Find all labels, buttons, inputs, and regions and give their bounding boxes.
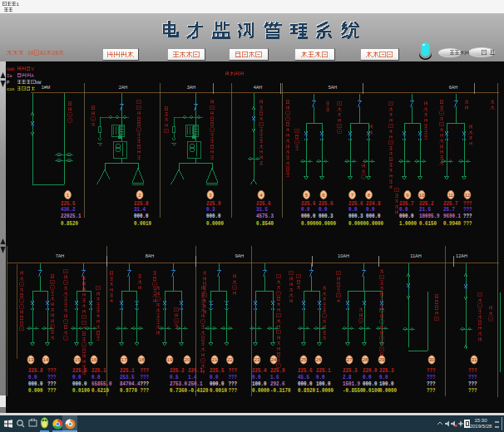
svg-text:225.5: 225.5 [210,367,225,374]
svg-text:0.0: 0.0 [72,374,82,380]
svg-text:27: 27 [347,357,353,362]
svg-text:23: 23 [254,357,260,362]
svg-text:5AH: 5AH [329,85,338,90]
svg-text:225.1: 225.1 [316,367,331,374]
svg-text:-0.8550: -0.8550 [343,387,363,394]
svg-text:0.3: 0.3 [206,206,215,213]
svg-text:1.4: 1.4 [188,374,197,380]
svg-text:b: b [12,66,14,72]
svg-text:1#M: 1#M [42,85,51,90]
svg-text:25: 25 [301,357,307,362]
svg-text:225.6: 225.6 [301,200,316,207]
svg-text:2.8: 2.8 [343,374,352,380]
svg-text:???: ??? [229,367,238,374]
svg-text:22025.1: 22025.1 [61,213,82,219]
svg-text:0.6150: 0.6150 [419,220,437,227]
svg-text:6AH: 6AH [449,85,458,90]
svg-text:225.2: 225.2 [419,200,434,207]
svg-text:0.7360: 0.7360 [170,387,187,394]
svg-text:225.8: 225.8 [28,367,43,374]
svg-text:0.0: 0.0 [301,206,310,213]
svg-text:18: 18 [139,357,145,362]
svg-text:17: 17 [121,357,127,362]
svg-text:1.6: 1.6 [270,374,279,380]
svg-text:000.3: 000.3 [319,213,334,219]
svg-text:???: ??? [463,206,472,213]
svg-text:0.5: 0.5 [170,374,179,380]
svg-text:0.0000: 0.0000 [366,220,383,227]
svg-text:31.4: 31.4 [134,206,146,213]
svg-text:25.7: 25.7 [443,206,455,213]
svg-text:28: 28 [363,357,368,362]
svg-text:0.0000: 0.0000 [348,220,366,227]
svg-text:a: a [9,73,12,79]
svg-text:3AH: 3AH [187,85,196,90]
svg-text:1: 1 [17,2,20,7]
svg-text:???: ??? [427,387,436,394]
svg-text:224.8: 224.8 [366,200,381,207]
svg-text:253.5: 253.5 [120,374,135,380]
svg-text:436.2: 436.2 [61,206,76,213]
svg-text:0.9770: 0.9770 [120,387,137,394]
svg-text:0.0: 0.0 [366,206,375,213]
svg-text:000.0: 000.0 [72,380,87,387]
svg-text:???: ??? [427,374,436,380]
svg-text:19: 19 [167,357,173,362]
svg-text:30: 30 [429,357,435,362]
svg-text:???: ??? [468,367,477,374]
svg-text:0.0000: 0.0000 [206,220,224,227]
svg-text:000.0: 000.0 [301,213,316,219]
svg-text:24: 24 [271,357,277,362]
svg-text:0.6210: 0.6210 [91,387,109,394]
svg-text:225.6: 225.6 [298,367,313,374]
svg-text:225.4: 225.4 [252,367,267,374]
svg-text:000.0: 000.0 [298,380,313,387]
svg-text:0.0: 0.0 [319,206,328,213]
svg-text:???: ??? [141,380,150,387]
svg-text:1.0000: 1.0000 [399,220,417,227]
svg-text:0.0010: 0.0010 [210,387,227,394]
svg-text:65855.0: 65855.0 [91,380,112,387]
svg-text:45.5: 45.5 [298,374,309,380]
svg-text:0.0: 0.0 [348,206,358,213]
svg-text:0.0: 0.0 [252,374,261,380]
svg-text:000.0: 000.0 [210,380,225,387]
svg-text:21: 21 [212,357,218,362]
svg-text:???: ??? [47,374,57,380]
svg-text:???: ??? [47,387,57,394]
svg-text:4AH: 4AH [254,85,263,90]
svg-text:???: ??? [427,367,436,374]
svg-text:???: ??? [141,387,150,394]
svg-text:0.0100: 0.0100 [72,387,90,394]
svg-text:000.0: 000.0 [134,213,149,219]
svg-text:16: 16 [91,357,97,362]
svg-text:10: 10 [419,193,425,198]
svg-text:-0.4320: -0.4320 [188,387,209,394]
svg-text:0.0000: 0.0000 [319,220,336,227]
svg-text:s: s [12,86,14,92]
svg-text:250.1: 250.1 [188,380,203,387]
svg-text:???: ??? [47,367,57,374]
svg-text:0.0000: 0.0000 [252,387,269,394]
svg-text:225.7: 225.7 [399,200,414,207]
svg-text:000.3: 000.3 [348,213,363,219]
svg-text:???: ??? [427,380,436,387]
svg-text:29: 29 [379,357,385,362]
svg-text:10AH: 10AH [338,253,349,258]
svg-text:225.5: 225.5 [61,200,76,207]
svg-text:0.0010: 0.0010 [134,220,151,227]
svg-text:14: 14 [43,357,49,362]
svg-text:225.7: 225.7 [443,200,458,207]
svg-text:15: 15 [75,357,81,362]
svg-text:100.0: 100.0 [379,380,394,387]
svg-text:000.0: 000.0 [366,213,381,219]
svg-text:???: ??? [468,387,477,394]
svg-text:225.6: 225.6 [256,200,271,207]
svg-text:21.5: 21.5 [419,206,431,213]
svg-text:???: ??? [141,367,150,374]
svg-text:100.0: 100.0 [316,380,331,387]
svg-text:0.0: 0.0 [91,374,101,380]
svg-text:4575.3: 4575.3 [256,213,274,219]
svg-text:11: 11 [448,193,454,198]
svg-text:000.0: 000.0 [399,213,414,219]
